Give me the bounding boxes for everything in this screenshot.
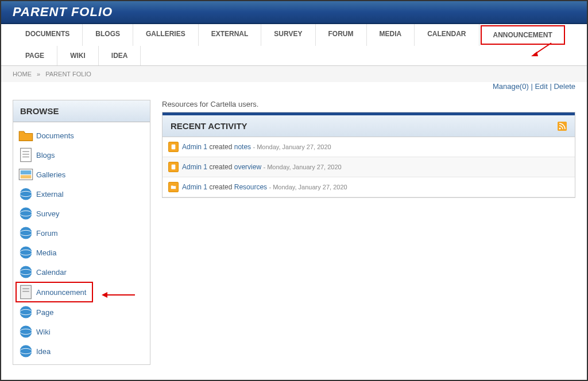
activity-object[interactable]: notes bbox=[234, 143, 251, 151]
activity-date: - Monday, January 27, 2020 bbox=[253, 143, 331, 150]
activity-object[interactable]: Resources bbox=[234, 183, 267, 191]
globe-icon bbox=[18, 304, 34, 320]
sidebar-item-page[interactable]: Page bbox=[16, 302, 148, 322]
tab-external[interactable]: EXTERNAL bbox=[199, 24, 262, 46]
document-icon bbox=[168, 162, 179, 172]
activity-user[interactable]: Admin 1 bbox=[182, 163, 207, 171]
sidebar: BROWSE Documents Blogs Galleries Externa… bbox=[13, 100, 150, 365]
activity-date: - Monday, January 27, 2020 bbox=[269, 184, 347, 190]
activity-user[interactable]: Admin 1 bbox=[182, 183, 207, 191]
svg-rect-26 bbox=[558, 122, 567, 131]
sidebar-label: Media bbox=[36, 248, 56, 257]
page-header: PARENT FOLIO bbox=[1, 1, 587, 24]
tab-calendar[interactable]: CALENDAR bbox=[415, 24, 479, 46]
svg-point-27 bbox=[559, 127, 561, 129]
sidebar-item-external[interactable]: External bbox=[16, 184, 148, 204]
tab-idea[interactable]: IDEA bbox=[99, 46, 141, 65]
delete-link[interactable]: Delete bbox=[554, 82, 575, 91]
panel-header: RECENT ACTIVITY bbox=[163, 115, 575, 137]
globe-icon bbox=[18, 225, 34, 241]
sidebar-item-documents[interactable]: Documents bbox=[16, 126, 148, 145]
sidebar-item-survey[interactable]: Survey bbox=[16, 204, 148, 223]
sidebar-label: Forum bbox=[36, 229, 58, 238]
breadcrumb: HOME » PARENT FOLIO bbox=[1, 66, 587, 82]
tab-page[interactable]: PAGE bbox=[13, 46, 57, 65]
sidebar-label: Survey bbox=[36, 209, 59, 218]
panel-title: RECENT ACTIVITY bbox=[171, 121, 247, 131]
globe-icon bbox=[18, 343, 34, 359]
recent-activity-panel: RECENT ACTIVITY Admin 1 created notes - … bbox=[162, 112, 575, 198]
image-icon bbox=[18, 166, 34, 182]
sidebar-label: Blogs bbox=[36, 151, 55, 160]
svg-marker-31 bbox=[531, 52, 538, 56]
activity-action: created bbox=[209, 163, 232, 171]
folder-icon bbox=[168, 182, 179, 192]
tab-documents[interactable]: DOCUMENTS bbox=[13, 24, 83, 46]
document-icon bbox=[18, 147, 34, 163]
tab-forum[interactable]: FORUM bbox=[316, 24, 367, 46]
breadcrumb-sep: » bbox=[37, 71, 40, 77]
activity-row: Admin 1 created overview - Monday, Janua… bbox=[163, 157, 575, 177]
sidebar-item-galleries[interactable]: Galleries bbox=[16, 165, 148, 184]
svg-point-13 bbox=[20, 247, 32, 259]
content-area: Resources for Cartella users. RECENT ACT… bbox=[162, 100, 575, 365]
svg-point-9 bbox=[20, 208, 32, 220]
top-links: Manage(0) | Edit | Delete bbox=[1, 82, 587, 91]
folio-description: Resources for Cartella users. bbox=[162, 100, 575, 108]
svg-point-15 bbox=[20, 266, 32, 278]
activity-object[interactable]: overview bbox=[234, 163, 261, 171]
svg-point-20 bbox=[20, 306, 32, 318]
sidebar-item-media[interactable]: Media bbox=[16, 243, 148, 262]
sidebar-item-forum[interactable]: Forum bbox=[16, 223, 148, 243]
sidebar-label: Announcement bbox=[36, 288, 86, 297]
globe-icon bbox=[18, 186, 34, 202]
folder-icon bbox=[18, 127, 34, 143]
sidebar-label: External bbox=[36, 190, 64, 199]
tab-survey[interactable]: SURVEY bbox=[261, 24, 315, 46]
sidebar-item-announcement[interactable]: Announcement bbox=[16, 282, 93, 302]
edit-link[interactable]: Edit bbox=[535, 82, 547, 91]
sidebar-item-blogs[interactable]: Blogs bbox=[16, 145, 148, 165]
svg-point-11 bbox=[20, 227, 32, 239]
svg-marker-33 bbox=[102, 292, 107, 298]
activity-date: - Monday, January 27, 2020 bbox=[263, 164, 341, 170]
tab-blogs[interactable]: BLOGS bbox=[83, 24, 133, 46]
manage-link[interactable]: Manage(0) bbox=[493, 82, 529, 91]
arrow-annotation bbox=[100, 290, 135, 300]
sidebar-label: Wiki bbox=[36, 328, 51, 336]
breadcrumb-home[interactable]: HOME bbox=[13, 71, 32, 77]
svg-rect-17 bbox=[21, 285, 32, 298]
browse-list: Documents Blogs Galleries External Surve… bbox=[13, 122, 150, 364]
globe-icon bbox=[18, 244, 34, 261]
globe-icon bbox=[18, 205, 34, 221]
sidebar-item-calendar[interactable]: Calendar bbox=[16, 262, 148, 282]
sidebar-label: Galleries bbox=[36, 170, 65, 179]
globe-icon bbox=[18, 264, 34, 280]
svg-rect-28 bbox=[172, 145, 176, 149]
sidebar-label: Calendar bbox=[36, 268, 67, 277]
tab-media[interactable]: MEDIA bbox=[367, 24, 415, 46]
svg-rect-6 bbox=[21, 175, 32, 178]
arrow-annotation bbox=[531, 40, 554, 57]
svg-rect-5 bbox=[21, 170, 32, 174]
activity-action: created bbox=[209, 143, 232, 151]
activity-row: Admin 1 created notes - Monday, January … bbox=[163, 137, 575, 157]
rss-icon[interactable] bbox=[558, 122, 567, 131]
tab-galleries[interactable]: GALLERIES bbox=[133, 24, 199, 46]
main-tabs: DOCUMENTS BLOGS GALLERIES EXTERNAL SURVE… bbox=[1, 24, 587, 66]
activity-row: Admin 1 created Resources - Monday, Janu… bbox=[163, 177, 575, 197]
activity-action: created bbox=[209, 183, 232, 191]
tab-wiki[interactable]: WIKI bbox=[57, 46, 99, 65]
sidebar-label: Documents bbox=[36, 131, 74, 140]
svg-rect-0 bbox=[21, 148, 32, 161]
svg-point-24 bbox=[20, 345, 32, 357]
activity-user[interactable]: Admin 1 bbox=[182, 143, 207, 151]
sidebar-label: Page bbox=[36, 308, 53, 317]
sidebar-item-idea[interactable]: Idea bbox=[16, 341, 148, 361]
document-icon bbox=[168, 142, 179, 152]
breadcrumb-current: PARENT FOLIO bbox=[45, 71, 91, 77]
sidebar-label: Idea bbox=[36, 347, 51, 356]
globe-icon bbox=[18, 324, 34, 340]
sidebar-item-wiki[interactable]: Wiki bbox=[16, 322, 148, 341]
announcement-icon bbox=[18, 284, 34, 300]
